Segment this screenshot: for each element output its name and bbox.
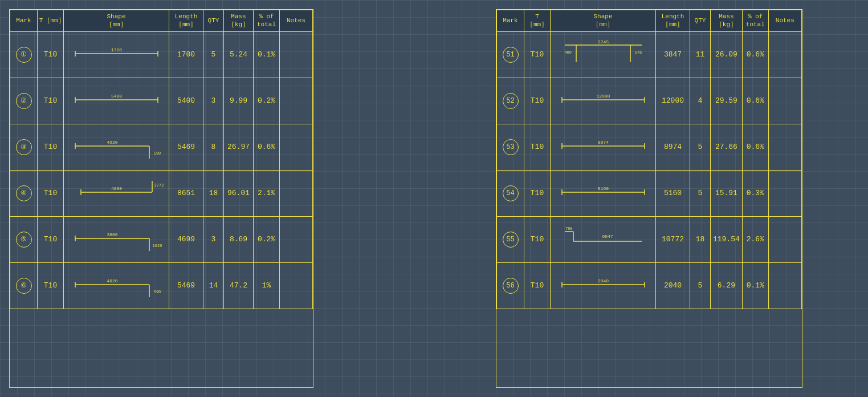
cell-mark: ①: [10, 31, 38, 78]
reinforcement-table-1: Mark T [mm] Shape[mm] Length[mm] QTY Mas…: [9, 9, 313, 388]
header-notes-2: Notes: [768, 10, 801, 32]
table-row: ②T105400540039.990.2%: [10, 78, 313, 124]
table-row: ⑥T10492059054691447.21%: [10, 262, 313, 309]
cell-t: T10: [38, 78, 64, 124]
cell-length: 12000: [656, 78, 690, 124]
svg-text:5400: 5400: [111, 94, 121, 99]
cell-notes: [280, 216, 313, 262]
cell-mass: 15.91: [711, 170, 743, 216]
cell-mark: 54: [497, 170, 524, 216]
table-row: 56T102040204056.290.1%: [497, 262, 802, 309]
table-row: ③T1049205905469826.970.6%: [10, 124, 313, 170]
cell-length: 5400: [169, 78, 203, 124]
mark-circle: ⑤: [16, 232, 32, 248]
svg-text:1020: 1020: [152, 244, 162, 248]
table-row: 54T1051605160515.910.3%: [497, 170, 802, 216]
cell-length: 2040: [656, 262, 690, 309]
table-row: ⑤T1038001020469938.690.2%: [10, 216, 313, 262]
cell-mark: 52: [497, 78, 524, 124]
cell-qty: 5: [203, 31, 224, 78]
cell-shape: 2745400545: [551, 31, 656, 78]
cell-shape: 4920590: [64, 124, 169, 170]
table-row: ④T104800377286511896.012.1%: [10, 170, 313, 216]
cell-shape: 1700: [64, 31, 169, 78]
svg-text:4920: 4920: [107, 140, 117, 145]
cell-mass: 29.59: [711, 78, 743, 124]
cell-notes: [768, 124, 801, 170]
svg-text:2040: 2040: [597, 278, 608, 283]
cell-notes: [768, 262, 801, 309]
header-t-2: T[mm]: [524, 10, 551, 32]
header-pct: % oftotal: [254, 10, 280, 32]
header-qty: QTY: [203, 10, 224, 32]
cell-mass: 119.54: [711, 216, 743, 262]
mark-circle: ④: [16, 185, 32, 201]
cell-t: T10: [524, 124, 551, 170]
svg-text:2745: 2745: [597, 39, 608, 44]
table-row: 53T1089748974527.660.6%: [497, 124, 802, 170]
header-shape: Shape[mm]: [64, 10, 169, 32]
cell-pct: 0.6%: [742, 31, 768, 78]
header-mass: Mass[kg]: [224, 10, 254, 32]
cell-length: 10772: [656, 216, 690, 262]
svg-text:765: 765: [565, 226, 573, 231]
cell-shape: 12000: [551, 78, 656, 124]
cell-t: T10: [38, 170, 64, 216]
cell-pct: 0.6%: [254, 124, 280, 170]
cell-t: T10: [38, 216, 64, 262]
cell-pct: 0.2%: [254, 78, 280, 124]
cell-pct: 0.1%: [742, 262, 768, 309]
mark-circle: 51: [503, 47, 519, 63]
cell-t: T10: [524, 216, 551, 262]
cell-length: 1700: [169, 31, 203, 78]
mark-circle: 56: [503, 278, 519, 294]
cell-mass: 9.99: [224, 78, 254, 124]
cell-notes: [768, 216, 801, 262]
cell-notes: [280, 31, 313, 78]
cell-t: T10: [38, 124, 64, 170]
mark-circle: ③: [16, 139, 32, 155]
header-length: Length[mm]: [169, 10, 203, 32]
cell-t: T10: [38, 262, 64, 309]
cell-t: T10: [524, 78, 551, 124]
reinforcement-table-2: Mark T[mm] Shape[mm] Length[mm] QTY Mass…: [496, 9, 802, 388]
svg-text:9947: 9947: [602, 234, 613, 239]
table-row: 51T10274540054538471126.090.6%: [497, 31, 802, 78]
cell-shape: 7659947: [551, 216, 656, 262]
svg-text:3800: 3800: [107, 232, 117, 237]
svg-text:545: 545: [635, 50, 642, 55]
mark-circle: ②: [16, 93, 32, 109]
table-row: 55T1076599471077218119.542.6%: [497, 216, 802, 262]
cell-shape: 5400: [64, 78, 169, 124]
cell-qty: 3: [203, 78, 224, 124]
cell-notes: [280, 262, 313, 309]
cell-length: 3847: [656, 31, 690, 78]
cell-length: 4699: [169, 216, 203, 262]
cell-mass: 96.01: [224, 170, 254, 216]
cell-mass: 27.66: [711, 124, 743, 170]
cell-shape: 8974: [551, 124, 656, 170]
cell-mark: ⑥: [10, 262, 38, 309]
header-length-2: Length[mm]: [656, 10, 690, 32]
mark-circle: 53: [503, 139, 519, 155]
cell-qty: 5: [690, 124, 711, 170]
cell-t: T10: [524, 262, 551, 309]
cell-mass: 47.2: [224, 262, 254, 309]
cell-length: 8651: [169, 170, 203, 216]
cell-mass: 26.09: [711, 31, 743, 78]
cell-notes: [280, 170, 313, 216]
cell-notes: [768, 31, 801, 78]
mark-circle: ①: [16, 47, 32, 63]
cell-notes: [280, 124, 313, 170]
cell-mass: 26.97: [224, 124, 254, 170]
svg-text:590: 590: [153, 290, 161, 294]
cell-length: 8974: [656, 124, 690, 170]
cell-qty: 3: [203, 216, 224, 262]
cell-shape: 5160: [551, 170, 656, 216]
svg-text:4920: 4920: [107, 278, 117, 283]
cell-mark: ②: [10, 78, 38, 124]
header-mass-2: Mass[kg]: [711, 10, 743, 32]
svg-text:5160: 5160: [597, 186, 608, 191]
cell-notes: [768, 170, 801, 216]
cell-pct: 0.6%: [742, 78, 768, 124]
